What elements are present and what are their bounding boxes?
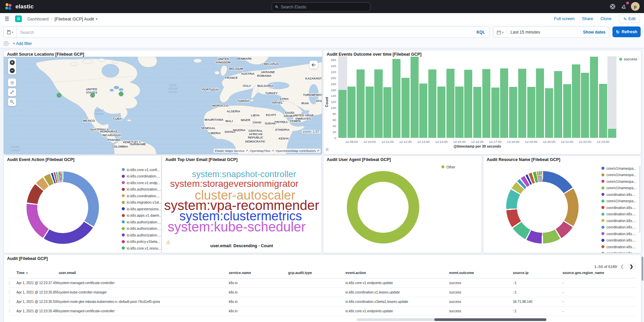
bar[interactable] (374, 69, 382, 138)
legend-item[interactable]: io.k8s.migration.v1al... (122, 199, 161, 206)
chart-legend[interactable]: success (619, 57, 637, 61)
column-header[interactable]: Time▼ (16, 271, 59, 278)
legend-scrollbar[interactable] (639, 166, 640, 233)
bar[interactable] (464, 70, 472, 138)
donut-chart[interactable] (506, 171, 579, 244)
legend-item[interactable]: core/v1/namespa... (601, 172, 636, 178)
bar[interactable] (563, 84, 571, 138)
map-attribution[interactable]: Elastic Maps Service ↗, OpenMapTiles ↗, … (214, 149, 321, 153)
edit-button[interactable]: ✎ Edit (619, 14, 640, 23)
bar[interactable] (357, 69, 365, 138)
vertical-scrollbar-thumb[interactable] (642, 257, 643, 281)
help-icon[interactable] (608, 2, 617, 11)
global-search-input[interactable]: 🔍︎ Search Elastic (272, 2, 370, 11)
menu-icon[interactable]: ☰ (5, 16, 9, 22)
bar[interactable] (518, 69, 526, 138)
bar[interactable] (392, 59, 400, 138)
bar[interactable] (527, 87, 535, 138)
tag-cloud-word[interactable]: system:snapshot-controller (192, 169, 296, 179)
legend-item[interactable]: io.k8s.authorization.... (122, 232, 161, 238)
bar[interactable] (366, 87, 374, 138)
legend-item[interactable]: Other (441, 164, 455, 170)
previous-page-icon[interactable]: ❮ (620, 264, 624, 269)
legend-item[interactable]: io.k8s.authorization.... (122, 225, 161, 232)
donut-chart[interactable] (347, 171, 419, 244)
measure-icon[interactable] (8, 88, 16, 96)
column-header[interactable]: source.geo.region_name (562, 271, 636, 278)
bar[interactable] (428, 69, 436, 138)
legend-menu-icon[interactable]: ⋮ (637, 56, 641, 60)
legend-collapse-button[interactable] (310, 61, 318, 69)
donut-chart[interactable] (26, 171, 99, 244)
legend-item[interactable]: coordination.k8s.... (601, 224, 636, 231)
table-row[interactable]: 〉Apr 1, 2021 @ 12:23:35.855system:kube-c… (8, 287, 636, 297)
crosshair-icon[interactable] (8, 78, 16, 87)
wrench-icon[interactable] (8, 98, 16, 106)
map-data-point[interactable] (119, 92, 123, 96)
breadcrumb-root[interactable]: Dashboard (27, 16, 49, 21)
bar[interactable] (581, 73, 589, 138)
bar[interactable] (554, 71, 562, 138)
share-link[interactable]: Share (582, 16, 593, 21)
legend-item[interactable]: coordination.k8s.... (601, 250, 636, 254)
bar[interactable] (572, 64, 580, 138)
bar[interactable] (590, 57, 598, 138)
table-row[interactable]: 〉Apr 1, 2021 @ 12:23:35.500system:node:g… (8, 297, 636, 307)
saved-query-menu-button[interactable]: ▾ (4, 27, 17, 38)
bar[interactable] (536, 68, 544, 138)
bar[interactable] (500, 68, 508, 138)
map-data-point[interactable] (91, 93, 95, 98)
table-row[interactable]: 〉Apr 1, 2021 @ 12:23:37.494system:manage… (8, 278, 636, 288)
legend-item[interactable]: core/v1/namespa... (601, 185, 636, 192)
time-range-value[interactable]: Last 15 minutes (511, 30, 540, 35)
legend-item[interactable]: io.k8s.authorization.... (122, 186, 161, 193)
legend-item[interactable]: io.k8s.authorization.... (122, 219, 161, 225)
legend-item[interactable]: coordination.k8s.... (601, 237, 636, 244)
expand-row-icon[interactable]: 〉 (8, 299, 16, 304)
zoom-out-button[interactable]: − (8, 66, 16, 74)
bar[interactable] (491, 88, 499, 138)
full-screen-link[interactable]: Full screen (554, 16, 575, 21)
column-header[interactable]: user.email (59, 271, 229, 278)
bar[interactable] (545, 88, 553, 138)
legend-item[interactable]: io.k8s.policy.v1beta... (122, 238, 161, 245)
column-header[interactable]: event.outcome (449, 271, 513, 278)
legend-item[interactable]: coordination.k8s.... (601, 191, 636, 198)
chevron-down-icon[interactable]: ▾ (96, 17, 97, 21)
bar[interactable] (401, 78, 410, 138)
filter-menu-icon[interactable] (3, 41, 9, 47)
map-data-point[interactable] (57, 93, 61, 98)
tag-cloud-word[interactable]: system:kube-scheduler (168, 219, 306, 234)
legend-item[interactable]: core/v1/namespa... (601, 178, 636, 185)
bar[interactable] (338, 90, 346, 138)
column-header[interactable]: event.action (345, 271, 449, 278)
legend-item[interactable]: coordination.k8s.... (601, 211, 636, 218)
legend-item[interactable]: io.k8s.coordination.... (122, 173, 161, 180)
zoom-in-button[interactable]: + (8, 58, 16, 66)
newsfeed-icon[interactable] (620, 2, 628, 11)
legend-item[interactable]: coordination.k8s.... (601, 230, 636, 237)
clone-link[interactable]: Clone (600, 16, 611, 21)
add-filter-link[interactable]: + Add filter (13, 41, 32, 46)
legend-item[interactable]: coordination.k8s.... (601, 217, 636, 224)
table-row[interactable]: 〉Apr 1, 2021 @ 12:23:35.486system:manage… (8, 306, 636, 316)
column-header[interactable]: gcp.audit.type (288, 271, 345, 278)
world-map[interactable]: UNITEDKINGDOMDENMARKBELARUSUKRAINEBELGIU… (4, 57, 322, 154)
bar[interactable] (411, 57, 419, 138)
column-header[interactable]: service.name (229, 271, 288, 278)
bar[interactable] (482, 69, 490, 138)
legend-toggle-icon[interactable]: ≣ (325, 147, 329, 152)
bar[interactable] (608, 129, 616, 138)
tag-cloud-word[interactable]: system:storageversionmigrator (170, 178, 299, 189)
dashboard-badge[interactable]: D (15, 15, 22, 22)
kql-toggle[interactable]: KQL (477, 30, 485, 35)
legend-item[interactable]: core/v1/namespa... (601, 165, 636, 172)
horizontal-scrollbar-thumb[interactable] (434, 318, 546, 321)
expand-row-icon[interactable]: 〉 (8, 309, 16, 314)
column-header[interactable]: source.ip (513, 271, 562, 278)
bar[interactable] (419, 84, 427, 138)
expand-row-icon[interactable]: 〉 (8, 290, 16, 295)
calendar-menu-button[interactable]: ▾ (493, 27, 507, 38)
refresh-button[interactable]: ↻ Refresh (612, 26, 641, 37)
legend-item[interactable]: core/v1/namespa... (601, 198, 636, 205)
